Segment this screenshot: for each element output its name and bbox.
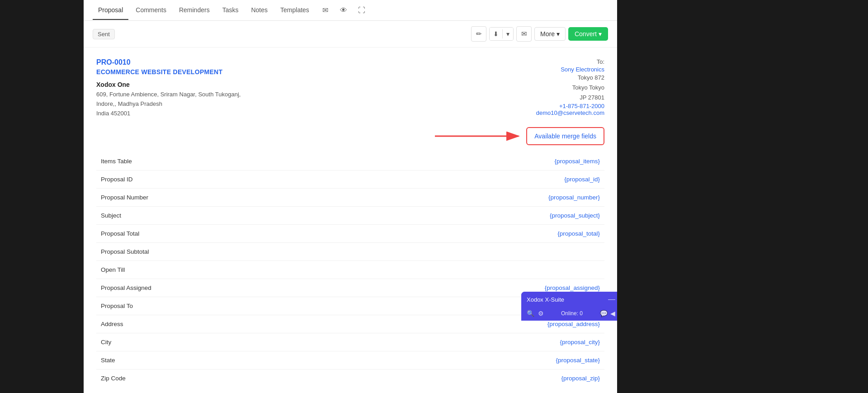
to-email: demo10@cservetech.com <box>536 109 604 116</box>
merge-fields-table: Items Table {proposal_items} Proposal ID… <box>96 152 604 387</box>
convert-button[interactable]: Convert ▾ <box>568 27 608 41</box>
tab-comments[interactable]: Comments <box>130 1 172 20</box>
more-button[interactable]: More ▾ <box>534 27 566 41</box>
to-city1: Tokyo 872 <box>536 73 604 83</box>
chat-search-icon[interactable]: 🔍 <box>527 310 534 317</box>
right-panel <box>617 0 868 393</box>
chat-arrow-icon[interactable]: ◀ <box>610 310 615 317</box>
proposal-title: ECOMMERCE WEBSITE DEVELOPMENT <box>96 68 604 76</box>
table-row: Proposal ID {proposal_id} <box>96 170 604 189</box>
sent-badge: Sent <box>93 29 115 39</box>
edit-button[interactable]: ✏ <box>471 26 486 42</box>
to-label: To: <box>536 58 604 65</box>
field-value: {proposal_zip} <box>300 369 604 388</box>
chat-header: Xodox X-Suite — <box>521 292 617 307</box>
table-row: Items Table {proposal_items} <box>96 152 604 170</box>
to-section: To: Sony Electronics Tokyo 872 Tokyo Tok… <box>536 58 604 116</box>
more-chevron-icon: ▾ <box>557 30 560 38</box>
from-address-line2: Indore,, Madhya Pradesh <box>96 99 604 109</box>
field-label: Address <box>96 315 300 333</box>
toolbar-left: Sent <box>93 29 115 39</box>
table-row: City {proposal_city} <box>96 333 604 351</box>
eye-nav-icon[interactable]: 👁 <box>336 3 351 18</box>
table-row: Zip Code {proposal_zip} <box>96 369 604 388</box>
table-row: Proposal Number {proposal_number} <box>96 189 604 207</box>
chat-action-icons: 💬 ◀ <box>600 310 615 317</box>
field-label: Proposal Subtotal <box>96 243 300 261</box>
field-value: {proposal_city} <box>300 333 604 351</box>
expand-nav-icon[interactable]: ⛶ <box>354 3 369 18</box>
download-icon[interactable]: ⬇ <box>490 28 502 40</box>
download-button-group[interactable]: ⬇ ▾ <box>489 27 514 41</box>
tab-notes[interactable]: Notes <box>245 1 273 20</box>
table-row: State {proposal_state} <box>96 351 604 369</box>
chat-widget: Xodox X-Suite — 🔍 ⚙ Online: 0 💬 ◀ <box>521 292 617 321</box>
more-label: More <box>540 30 555 38</box>
email-nav-icon[interactable]: ✉ <box>318 3 333 18</box>
proposal-id: PRO-0010 <box>96 58 604 66</box>
available-merge-fields-button[interactable]: Available merge fields <box>526 127 604 145</box>
chat-message-icon[interactable]: 💬 <box>600 310 608 317</box>
toolbar-right: ✏ ⬇ ▾ ✉ More ▾ Convert ▾ <box>471 26 608 42</box>
to-city2: Tokyo Tokyo <box>536 83 604 93</box>
to-phone: +1-875-871-2000 <box>536 103 604 109</box>
mail-button[interactable]: ✉ <box>516 26 532 42</box>
field-label: Items Table <box>96 152 300 170</box>
field-value: {proposal_number} <box>300 189 604 207</box>
field-label: Proposal To <box>96 297 300 315</box>
field-label: Zip Code <box>96 369 300 388</box>
from-address-line3: India 452001 <box>96 109 604 118</box>
field-label: Proposal Assigned <box>96 279 300 297</box>
document-area: To: Sony Electronics Tokyo 872 Tokyo Tok… <box>84 47 617 393</box>
field-label: State <box>96 351 300 369</box>
left-panel <box>0 0 84 393</box>
table-row: Proposal Subtotal <box>96 243 604 261</box>
toolbar: Sent ✏ ⬇ ▾ ✉ More ▾ Convert ▾ <box>84 21 617 47</box>
field-value <box>300 261 604 279</box>
chat-minimize-icon[interactable]: — <box>608 295 615 303</box>
dropdown-arrow-icon[interactable]: ▾ <box>503 28 513 40</box>
field-label: City <box>96 333 300 351</box>
table-row: Proposal Total {proposal_total} <box>96 225 604 243</box>
from-company: Xodox One <box>96 81 604 88</box>
red-arrow-icon <box>435 127 525 145</box>
field-value: {proposal_subject} <box>300 207 604 225</box>
merge-fields-container: Available merge fields <box>96 127 604 145</box>
field-value: {proposal_state} <box>300 351 604 369</box>
convert-label: Convert <box>575 30 597 38</box>
to-company: Sony Electronics <box>536 66 604 73</box>
tab-tasks[interactable]: Tasks <box>217 1 244 20</box>
field-value: {proposal_id} <box>300 170 604 189</box>
convert-chevron-icon: ▾ <box>599 30 602 38</box>
field-value: {proposal_total} <box>300 225 604 243</box>
tab-templates[interactable]: Templates <box>275 1 315 20</box>
chat-search-settings-icons: 🔍 ⚙ <box>527 310 544 317</box>
field-value: {proposal_items} <box>300 152 604 170</box>
field-label: Proposal Total <box>96 225 300 243</box>
field-label: Proposal Number <box>96 189 300 207</box>
from-address-line1: 609, Fortune Ambience, Sriram Nagar, Sou… <box>96 90 604 99</box>
table-row: Open Till <box>96 261 604 279</box>
table-row: Subject {proposal_subject} <box>96 207 604 225</box>
main-content: Proposal Comments Reminders Tasks Notes … <box>84 0 617 393</box>
tab-proposal[interactable]: Proposal <box>93 1 128 20</box>
to-zip: JP 27801 <box>536 93 604 103</box>
top-nav: Proposal Comments Reminders Tasks Notes … <box>84 0 617 21</box>
field-label: Open Till <box>96 261 300 279</box>
field-label: Proposal ID <box>96 170 300 189</box>
tab-reminders[interactable]: Reminders <box>174 1 215 20</box>
chat-settings-icon[interactable]: ⚙ <box>538 310 544 317</box>
chat-body: 🔍 ⚙ Online: 0 💬 ◀ <box>521 307 617 321</box>
field-value <box>300 243 604 261</box>
chat-title: Xodox X-Suite <box>527 296 564 303</box>
online-status: Online: 0 <box>547 310 596 317</box>
field-label: Subject <box>96 207 300 225</box>
